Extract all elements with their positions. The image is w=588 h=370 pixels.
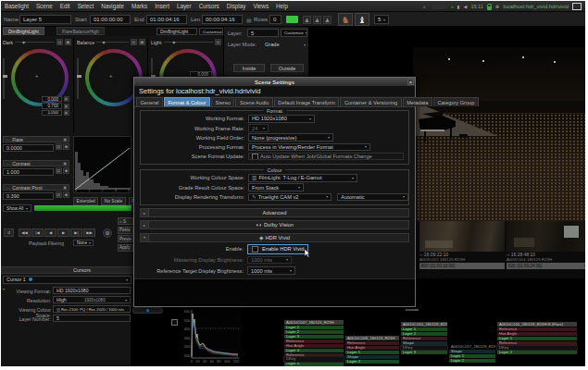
contrast-histogram[interactable]: 01234 [73, 136, 131, 193]
clip-header[interactable]: A0610C007_180123_R23H [284, 320, 344, 325]
menu-icon[interactable]: ▣ [61, 137, 67, 142]
menu-item[interactable]: Select [74, 3, 98, 9]
reference-brightness-dropdown[interactable]: 1000 nits▾ [247, 266, 295, 275]
menu-item[interactable]: Insert [151, 3, 173, 9]
mark-icon-1[interactable]: ♟ [303, 16, 311, 24]
wheel-slider[interactable]: ◆ [96, 42, 129, 43]
timeline-strip[interactable]: Hue Angle [497, 332, 577, 336]
mark-icon-3[interactable]: ♟ [323, 16, 332, 24]
timeline-strip[interactable]: Shape [401, 341, 447, 345]
timeline-strip[interactable]: Layer 2 [497, 351, 577, 354]
resolution-dropdown[interactable]: High 1920x1080 ▾ [53, 296, 131, 303]
wheel-value-field[interactable]: 1.000 [42, 110, 62, 116]
field-order-dropdown[interactable]: None (progressive)▾ [248, 133, 333, 142]
wheel-vslider[interactable] [77, 58, 79, 99]
timeline-strip[interactable]: Hue Angle [284, 344, 344, 348]
reset-value-icon[interactable]: ▣ [64, 110, 69, 116]
timeline-strip[interactable]: DKey [401, 346, 447, 350]
viewing-colour-space-dropdown[interactable]: ▥ Rec.2100: PQ / Rec.2020 / 1000 nits [53, 305, 131, 313]
hdr-vivid-section[interactable]: ▾ ◈HDR Vivid [140, 233, 409, 242]
menu-item[interactable]: Views [249, 3, 272, 9]
reset-icon[interactable]: ▤ [215, 39, 221, 45]
processing-format-dropdown[interactable]: Process in Viewing/Render Format▾ [248, 143, 370, 152]
collapse-arrow-icon[interactable]: ▾ [141, 234, 149, 241]
clip-frame-bar[interactable]: 600 (01:00:24:00) [507, 263, 585, 269]
tab-grade-1[interactable]: DimBrightLight [3, 27, 44, 35]
timeline-strip[interactable]: Layer 1 [284, 326, 344, 329]
reset-value-icon[interactable]: ▣ [64, 104, 69, 109]
dialog-tab[interactable]: Default Image Transform [274, 97, 340, 106]
tab-grade-2[interactable]: FlareBalanceHigh [56, 27, 105, 35]
timeline-strip[interactable]: Layer 1 [449, 354, 495, 358]
wheel-vslider[interactable] [3, 58, 5, 99]
clip-header[interactable]: A0610C017_180129_R23H N [449, 344, 495, 349]
layer-number-field[interactable]: 5 [53, 314, 131, 322]
reset-icon[interactable]: ▤ [56, 143, 62, 150]
side-button[interactable]: ⌂ S [118, 217, 133, 225]
clip-thumbnail[interactable] [507, 221, 585, 252]
status-swatch[interactable] [286, 16, 298, 23]
menu-item[interactable]: Cursors [195, 3, 223, 9]
layer-mode-value[interactable]: Grade [265, 42, 280, 47]
layer-customise-dropdown[interactable]: Customise▾ [281, 29, 307, 37]
timeline-strip[interactable]: DKey [284, 357, 344, 361]
keyframe-icon[interactable]: ◆ [63, 191, 69, 198]
contrast-value[interactable]: 1.000 [3, 168, 54, 176]
menu-item[interactable]: Layer [173, 3, 195, 9]
preset-field[interactable]: DimBrightLight [156, 28, 197, 35]
layer-select[interactable]: 5▾ [374, 15, 389, 24]
start-field[interactable]: 01:00:00:00 [90, 15, 131, 24]
mark-icon-2[interactable]: ♟ [313, 16, 321, 24]
timeline-strip[interactable]: Reference [284, 353, 344, 357]
dialog-titlebar[interactable]: Scene Settings × [134, 78, 415, 86]
outside-button[interactable]: Outside [270, 64, 304, 72]
menu-item[interactable]: Marks [128, 3, 151, 9]
keyframe-icon[interactable]: ◆ [63, 167, 69, 174]
menu-icon[interactable]: ▣ [61, 185, 67, 190]
name-field[interactable]: Layer 5 [19, 15, 71, 24]
menu-item[interactable]: Navigate [97, 3, 128, 9]
side-button[interactable]: Previe [118, 235, 133, 242]
contrast-pivot-value[interactable]: 0.390 [3, 192, 54, 200]
side-button[interactable]: Apply [118, 244, 133, 252]
dolby-vision-section[interactable]: ▸ ◖◗Dolby Vision [140, 220, 409, 229]
timeline-strip[interactable]: Layer 1 [401, 327, 447, 331]
timeline-strip[interactable]: Layer 3 [401, 351, 447, 354]
clip-frame-bar[interactable]: 400 (01:00:16:00) [419, 263, 505, 269]
timeline-strip[interactable]: Layer 3 [284, 335, 344, 339]
dialog-tab[interactable]: Metadata [403, 97, 432, 106]
timeline-strip[interactable]: Reference [345, 341, 399, 345]
transport-button[interactable]: ◀◀ [19, 228, 31, 237]
timeline-strip[interactable]: Reference [284, 339, 344, 343]
viewing-format-field[interactable]: HD 1920x1080 [53, 287, 131, 294]
timeline-strip[interactable]: Layer 2 [401, 332, 447, 336]
reset-icon[interactable]: ▤ [131, 39, 137, 45]
wheel-value-field[interactable]: 0.700 [42, 103, 62, 108]
slider-handle-icon[interactable]: ◆ [22, 40, 25, 44]
red-piece-button[interactable]: ♞ [338, 13, 353, 26]
timeline-strip[interactable]: Layer 2 [345, 360, 399, 364]
cursor-dropdown[interactable]: Cursor 1 ▾ [3, 276, 131, 284]
timeline-strip[interactable]: Layer 2 [449, 359, 495, 363]
len-field[interactable]: 00:00:04:16 [202, 15, 243, 24]
timeline-strip[interactable]: DKey [497, 346, 577, 350]
drt-mode-dropdown[interactable]: Automatic▾ [337, 193, 408, 202]
hist-option-button[interactable]: Extended [73, 197, 98, 205]
timeline-scrollbar[interactable] [406, 309, 419, 311]
timeline-strip[interactable]: Reference [497, 341, 577, 345]
customise-dropdown[interactable]: Customise▾ [199, 28, 223, 35]
expand-arrow-icon[interactable]: ▸ [141, 221, 149, 228]
advanced-section[interactable]: ▸ Advanced [140, 208, 409, 217]
white-piece-button[interactable]: ♝ [355, 13, 369, 26]
dialog-tab[interactable]: Scene Audio [235, 97, 272, 106]
loop-button[interactable]: ↺ [4, 228, 14, 237]
working-format-dropdown[interactable]: HD 1920x1080▾ [248, 115, 315, 123]
reset-icon[interactable]: ▤ [56, 167, 62, 174]
clip-2[interactable]: ‹‹ 16:28:48:10 A003C014 180125 R23H 600 … [507, 221, 585, 269]
transport-button[interactable]: ▶▶ [83, 228, 95, 237]
chevron-down-icon[interactable]: ▾ [304, 43, 306, 47]
menu-icon[interactable]: ▣ [65, 39, 71, 45]
drt-dropdown[interactable]: ✎ Truelight CAM v2▾ [248, 193, 332, 202]
timeline-strip[interactable]: Layer 2 [284, 330, 344, 334]
menu-item[interactable]: Scene [32, 3, 56, 9]
